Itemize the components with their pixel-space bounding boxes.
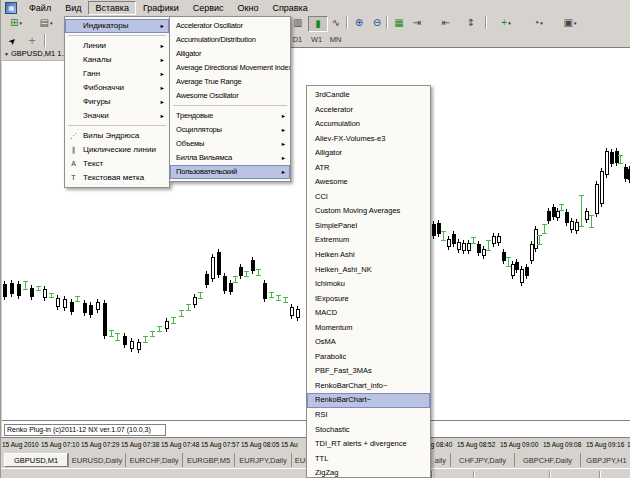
indicators-menu-item-пользовательский[interactable]: Пользовательский► — [170, 165, 290, 179]
custom-indicator-item-heiken-ashi[interactable]: Heiken Ashi — [307, 248, 430, 263]
custom-indicator-item-osma[interactable]: OsMA — [307, 335, 430, 350]
custom-indicator-item-macd[interactable]: MACD — [307, 306, 430, 321]
templates-button[interactable]: ▣▾ — [557, 16, 583, 30]
custom-indicator-item-parabolic[interactable]: Parabolic — [307, 350, 430, 365]
custom-indicator-item-accelerator[interactable]: Accelerator — [307, 103, 430, 118]
indicators-button[interactable]: +▾ — [493, 16, 519, 30]
indicators-menu-item-объемы[interactable]: Объемы► — [170, 137, 290, 151]
chart-tab-GBPUSD,M1[interactable]: GBPUSD,M1 — [4, 453, 68, 467]
custom-indicator-item-aliev-fx-volumes-e3[interactable]: Aliev-FX-Volumes-e3 — [307, 132, 430, 147]
chart-tab-GBPCHF,Daily[interactable]: GBPCHF,Daily — [514, 453, 580, 467]
indicators-menu-item-accumulation-distribution[interactable]: Accumulation/Distribution — [170, 33, 290, 47]
indicators-menu-item-awesome-oscillator[interactable]: Awesome Oscillator — [170, 89, 290, 103]
indicators-menu-item-билла-вильямса[interactable]: Билла Вильямса► — [170, 151, 290, 165]
insert-menu-item-циклические-линии[interactable]: ∥Циклические линии — [65, 143, 169, 157]
custom-indicator-item-renkobarchart~[interactable]: RenkoBarChart~ — [307, 393, 430, 408]
custom-indicator-item-zigzag[interactable]: ZigZag — [307, 466, 430, 478]
custom-indicator-item-renkobarchart-info~[interactable]: RenkoBarChart_info~ — [307, 379, 430, 394]
green-mark — [486, 240, 491, 251]
insert-menu-item-значки[interactable]: Значки► — [65, 109, 169, 123]
statusbar-separator — [549, 471, 551, 478]
chart-window-icon[interactable]: ▦ — [5, 2, 17, 14]
zoom-in-button[interactable]: ⊕ — [350, 16, 368, 30]
timeframe-button-mn[interactable]: MN — [327, 33, 344, 45]
menubar-item-справка[interactable]: Справка — [265, 1, 314, 15]
chart-tab-EURGBP,M5[interactable]: EURGBP,M5 — [182, 453, 234, 467]
new-chart-button[interactable]: ⊞▾ — [4, 16, 28, 30]
insert-menu-item-фибоначчи[interactable]: Фибоначчи► — [65, 81, 169, 95]
custom-indicator-item-momentum[interactable]: Momentum — [307, 321, 430, 336]
menubar-item-вставка[interactable]: Вставка — [88, 1, 135, 15]
timeframe-button-d1[interactable]: D1 — [289, 33, 306, 45]
custom-indicator-item-rsi[interactable]: RSI — [307, 408, 430, 423]
custom-indicator-item-tdi-rt-alerts-divergence[interactable]: TDI_RT alerts + divergence — [307, 437, 430, 452]
toolbar-separator — [386, 16, 388, 29]
chart-tab-EURJPY,Daily[interactable]: EURJPY,Daily — [234, 453, 291, 467]
custom-indicator-item-accumulation[interactable]: Accumulation — [307, 117, 430, 132]
custom-indicator-item-ttl[interactable]: TTL — [307, 452, 430, 467]
chart-shift-button[interactable]: ⇤ — [437, 16, 455, 30]
indicators-menu-item-average-true-range[interactable]: Average True Range — [170, 75, 290, 89]
profiles-button[interactable]: ▤▾ — [34, 16, 58, 30]
green-mark — [109, 330, 114, 337]
chart-rescale-button[interactable]: ⇕ — [462, 16, 480, 30]
custom-indicator-item-cci[interactable]: CCI — [307, 190, 430, 205]
dropdown-arrow-icon: ▾ — [574, 21, 577, 26]
custom-indicator-item-heiken-ashi-nk[interactable]: Heiken_Ashi_NK — [307, 263, 430, 278]
insert-menu-item-индикаторы[interactable]: Индикаторы► — [65, 19, 169, 33]
insert-menu-item-текстовая-метка[interactable]: TТекстовая метка — [65, 171, 169, 185]
menu-item-label: IExposure — [315, 294, 349, 303]
chart-tab-EURUSD,Daily[interactable]: EURUSD,Daily — [68, 453, 125, 467]
custom-indicator-item-ichimoku[interactable]: Ichimoku — [307, 277, 430, 292]
crosshair-button[interactable]: + — [23, 34, 41, 48]
cursor-button[interactable]: ➤ — [4, 34, 22, 48]
menubar-item-вид[interactable]: Вид — [58, 1, 88, 15]
insert-menu-item-текст[interactable]: AТекст — [65, 157, 169, 171]
indicators-menu-item-average-directional-movement-index[interactable]: Average Directional Movement Index — [170, 61, 290, 75]
menu-item-label: PBF_Fast_3MAs — [315, 366, 372, 375]
menu-item-label: Custom Moving Averages — [315, 206, 400, 215]
menubar-item-файл[interactable]: Файл — [22, 1, 58, 15]
custom-indicator-item-custom-moving-averages[interactable]: Custom Moving Averages — [307, 204, 430, 219]
chart-tab-CHFJPY,Daily[interactable]: CHFJPY,Daily — [450, 453, 514, 467]
custom-indicator-item-awesome[interactable]: Awesome — [307, 175, 430, 190]
chart-tab-GBPJPY,H1[interactable]: GBPJPY,H1 — [580, 453, 630, 467]
insert-menu-item-фигуры[interactable]: Фигуры► — [65, 95, 169, 109]
indicators-menu-item-осцилляторы[interactable]: Осцилляторы► — [170, 123, 290, 137]
line-chart-button[interactable]: ∿ — [327, 16, 345, 30]
auto-scroll-button[interactable]: ⇥ — [408, 16, 426, 30]
candlestick-chart-button[interactable]: ▮ — [308, 16, 328, 32]
custom-indicator-item-iexposure[interactable]: IExposure — [307, 292, 430, 307]
renko-plugin-label: Renko Plug-in (c)2011-12 NX ver.1.07 (10… — [4, 424, 166, 436]
custom-indicator-item-simplepanel[interactable]: SimplePanel — [307, 219, 430, 234]
menu-item-label: ZigZag — [315, 468, 338, 477]
chart-tab-EURCHF,Daily[interactable]: EURCHF,Daily — [125, 453, 182, 467]
custom-indicator-item-stochastic[interactable]: Stochastic — [307, 423, 430, 438]
custom-indicator-item-atr[interactable]: ATR — [307, 161, 430, 176]
indicators-menu-item-accelerator-oscillator[interactable]: Accelerator Oscillator — [170, 19, 290, 33]
green-mark — [49, 293, 54, 298]
collapse-icon[interactable]: ▼ — [4, 51, 9, 57]
menubar-item-окно[interactable]: Окно — [231, 1, 266, 15]
zoom-out-button[interactable]: ⊖ — [368, 16, 386, 30]
menu-item-label: Extremum — [315, 235, 349, 244]
tile-windows-button[interactable]: ▦ — [390, 16, 408, 30]
indicators-menu-item-alligator[interactable]: Alligator — [170, 47, 290, 61]
indicators-menu-item-трендовые[interactable]: Трендовые► — [170, 109, 290, 123]
timeframe-button-w1[interactable]: W1 — [308, 33, 325, 45]
custom-indicator-item-pbf-fast-3mas[interactable]: PBF_Fast_3MAs — [307, 364, 430, 379]
custom-indicator-item-extremum[interactable]: Extremum — [307, 233, 430, 248]
insert-menu-item-линии[interactable]: Линии► — [65, 39, 169, 53]
menu-item-label: Каналы — [83, 55, 111, 64]
menubar-item-графики[interactable]: Графики — [136, 1, 186, 15]
bull-candle — [492, 236, 496, 244]
bar-chart-button[interactable]: ▥ — [289, 16, 307, 30]
insert-menu-item-ганн[interactable]: Ганн► — [65, 67, 169, 81]
insert-menu-item-каналы[interactable]: Каналы► — [65, 53, 169, 67]
insert-menu-item-вилы-эндрюса[interactable]: ⋰Вилы Эндрюса — [65, 129, 169, 143]
custom-indicator-item-alligator[interactable]: Alligator — [307, 146, 430, 161]
periods-button[interactable]: ◔▾ — [525, 16, 551, 30]
green-mark — [115, 333, 120, 341]
menubar-item-сервис[interactable]: Сервис — [186, 1, 231, 15]
custom-indicator-item-3rdcandle[interactable]: 3rdCandle — [307, 88, 430, 103]
